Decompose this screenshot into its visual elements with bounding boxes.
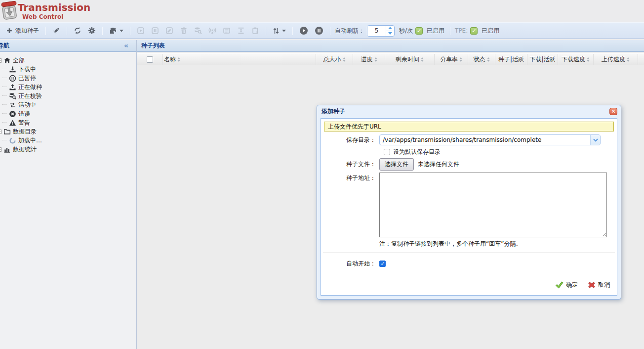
app-subtitle: Web Control (22, 13, 63, 20)
dialog-body: 上传文件优先于URL 保存目录： /var/apps/transmission/… (321, 118, 617, 296)
torrent-url-label: 种子地址： (321, 173, 379, 182)
upload-icon (9, 84, 16, 91)
broadcast-icon (208, 27, 216, 35)
remove-button[interactable] (177, 25, 191, 37)
sidebar-item-seeding[interactable]: 正在做种 (2, 83, 136, 91)
sidebar-item-paused[interactable]: 已暂停 (2, 74, 136, 83)
no-file-chosen-text: 未选择任何文件 (418, 160, 459, 169)
torrent-url-textarea[interactable] (379, 173, 607, 237)
loading-spinner-icon (9, 137, 16, 144)
cross-icon (588, 281, 596, 289)
stats-icon (3, 146, 11, 153)
set-default-dir-label: 设为默认保存目录 (393, 148, 441, 156)
sidebar-item-label: 数据统计 (13, 145, 37, 154)
recheck-button[interactable] (191, 25, 205, 37)
col-status[interactable]: 状态 (468, 54, 495, 65)
sidebar-item-statistics[interactable]: 数据统计 (0, 145, 136, 154)
play-circle-icon (299, 26, 308, 35)
torrent-table-header: 名称 总大小 进度 剩余时间 分享率 状态 种子|活跃 下载|活跃 (137, 53, 644, 65)
header-spacer (638, 54, 644, 65)
collapse-sidebar-icon[interactable]: « (124, 40, 128, 51)
auto-refresh-input[interactable] (367, 26, 386, 36)
col-seeds-active[interactable]: 种子|活跃 (495, 54, 527, 65)
start-torrent-button[interactable] (134, 25, 148, 37)
copy-path-button[interactable] (248, 25, 262, 37)
sidebar-item-data-directory[interactable]: 数据目录 (0, 127, 136, 136)
tpe-enabled-label: 已启用 (482, 27, 499, 35)
col-ratio[interactable]: 分享率 (435, 54, 468, 65)
queue-move-button[interactable] (234, 25, 248, 37)
settings-button[interactable] (85, 25, 99, 37)
save-dir-label: 保存目录： (321, 136, 379, 144)
start-all-button[interactable] (296, 24, 311, 37)
pause-circle-icon (315, 26, 323, 35)
sidebar-item-error[interactable]: 错误 (2, 109, 136, 118)
toolbar-separator (45, 27, 46, 35)
sidebar-item-downloading[interactable]: 下载中 (2, 65, 136, 74)
toolbar-separator (102, 27, 103, 35)
col-download-speed[interactable]: 下载速度 (558, 54, 594, 65)
ok-button[interactable]: 确定 (555, 281, 578, 289)
add-torrent-label: 添加种子 (15, 27, 39, 35)
choose-file-button[interactable]: 选择文件 (379, 158, 414, 171)
add-torrent-button[interactable]: 添加种子 (3, 25, 42, 37)
sidebar-item-loading[interactable]: 加载中… (2, 136, 136, 145)
app-title: Transmission (18, 1, 90, 13)
sidebar-item-all[interactable]: 全部 (0, 56, 136, 65)
home-icon (3, 57, 11, 64)
move-data-button[interactable] (220, 25, 234, 37)
clipboard-icon (251, 27, 259, 35)
cancel-button[interactable]: 取消 (588, 281, 610, 289)
announce-button[interactable] (205, 25, 219, 37)
col-progress[interactable]: 进度 (353, 54, 385, 65)
app-header: Transmission Web Control (0, 0, 644, 22)
spinner-down-button[interactable] (386, 31, 394, 36)
combo-dropdown-button[interactable] (590, 135, 600, 145)
spinner-up-button[interactable] (386, 26, 394, 31)
sidebar-item-warning[interactable]: 警告 (2, 118, 136, 127)
test-port-button[interactable] (49, 25, 63, 37)
set-default-dir-checkbox[interactable] (384, 149, 390, 155)
sidebar-item-label: 下载中 (18, 65, 36, 74)
col-download-active[interactable]: 下载|活跃 (527, 54, 558, 65)
toolbar: 添加种子 (0, 22, 644, 39)
tree-expander-icon[interactable] (0, 130, 1, 134)
col-name[interactable]: 名称 (163, 54, 316, 65)
auto-refresh-enabled-checkbox[interactable] (415, 27, 423, 35)
pause-torrent-button[interactable] (148, 25, 162, 37)
sidebar-item-active[interactable]: 活动中 (2, 100, 136, 109)
dialog-separator (323, 253, 615, 253)
edit-icon (165, 27, 173, 35)
warning-icon (9, 119, 16, 127)
sidebar-item-verifying[interactable]: 正在校验 (2, 91, 136, 100)
save-dir-combobox[interactable]: /var/apps/transmission/shares/transmissi… (379, 134, 601, 145)
database-search-icon (194, 27, 202, 35)
col-total-size[interactable]: 总大小 (316, 54, 353, 65)
autostart-label: 自动开始： (321, 260, 379, 268)
rename-button[interactable] (162, 25, 176, 37)
transmission-logo-icon (0, 1, 18, 21)
plus-icon (6, 27, 13, 34)
pause-all-button[interactable] (312, 24, 326, 37)
tree-expander-icon[interactable] (0, 58, 1, 63)
sort-menu-button[interactable] (270, 25, 289, 37)
col-remaining-time[interactable]: 剩余时间 (385, 54, 435, 65)
select-all-checkbox[interactable] (147, 56, 153, 63)
plugins-menu-button[interactable] (106, 25, 126, 37)
sidebar-item-label: 警告 (18, 119, 30, 127)
auto-refresh-label: 自动刷新： (335, 27, 364, 35)
tree-expander-icon[interactable] (0, 147, 1, 152)
col-upload-speed[interactable]: 上传速度 (594, 54, 638, 65)
rocket-icon (52, 27, 60, 35)
close-icon[interactable]: ✕ (609, 108, 617, 115)
tpe-label: TPE: (455, 27, 468, 34)
refresh-button[interactable] (71, 25, 84, 37)
sort-icon (343, 57, 346, 62)
check-icon (555, 281, 564, 289)
save-dir-value[interactable]: /var/apps/transmission/shares/transmissi… (380, 135, 590, 145)
torrent-list-title: 种子列表 (141, 42, 165, 49)
autostart-checkbox[interactable] (379, 261, 386, 267)
pause-circle-icon (9, 75, 16, 82)
tpe-enabled-checkbox[interactable] (470, 27, 478, 35)
url-note: 注：复制种子链接到列表中，多个种子用“回车”分隔。 (379, 240, 617, 248)
